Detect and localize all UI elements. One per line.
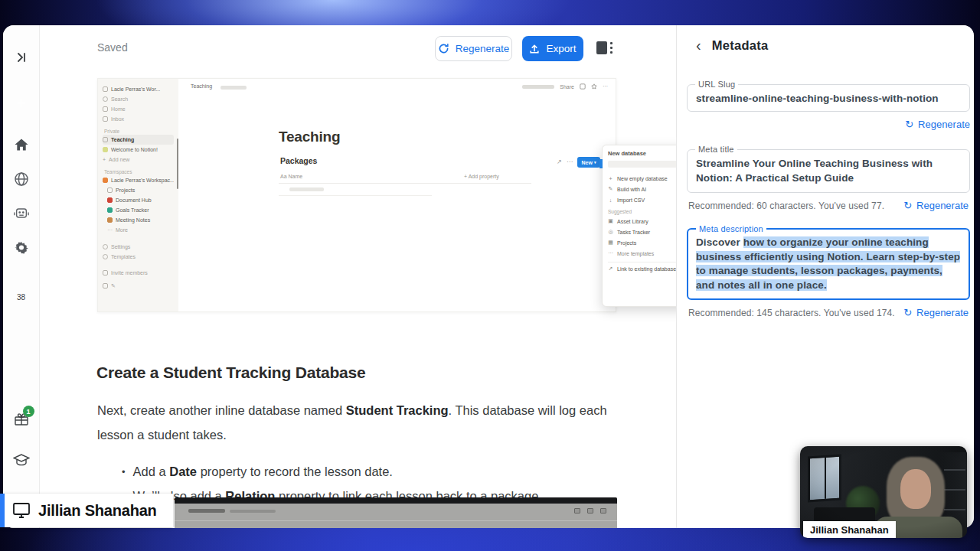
bullet-item: •Add a Date property to record the lesso… (122, 460, 596, 484)
usage-ring[interactable]: 38 (10, 285, 33, 308)
presenter-name-tag: Jillian Shanahan (0, 494, 173, 527)
left-icon-rail: + 38 1 (3, 25, 40, 528)
export-button[interactable]: Export (522, 36, 583, 61)
add-new-button[interactable]: + (8, 90, 34, 116)
article-heading: Create a Student Tracking Database (96, 364, 366, 382)
article-paragraph[interactable]: Next, create another inline database nam… (97, 399, 610, 447)
notion-breadcrumb: Teaching (191, 83, 212, 89)
notion-sidebar: Lacie Perras's Wor... Search Home Inbox … (98, 79, 178, 311)
notion-screenshot-2[interactable] (175, 497, 617, 528)
screen-share-icon (12, 502, 31, 519)
notion-teaching-item: Teaching (103, 135, 174, 145)
webcam-name-label: Jillian Shanahan (803, 521, 896, 538)
regenerate-title-link[interactable]: ↻Regenerate (903, 200, 969, 211)
gift-icon[interactable]: 1 (14, 412, 29, 426)
settings-gear-icon[interactable] (14, 240, 28, 255)
usage-count: 38 (17, 293, 25, 302)
save-status: Saved (97, 41, 128, 54)
meta-title-hint: Recommended: 60 characters. You've used … (688, 201, 884, 211)
editor-main: Saved Regenerate Export Lacie Perras's W… (40, 25, 676, 528)
export-label: Export (546, 43, 576, 54)
notion-db-title: Packages (280, 156, 317, 165)
notion-topbar-actions: Share ⋯ (522, 83, 608, 90)
presenter-screen-name: Jillian Shanahan (38, 502, 157, 520)
layout-toggle-icon[interactable] (596, 40, 615, 57)
panel-title: Metadata (712, 38, 769, 53)
notion-screenshot[interactable]: Lacie Perras's Wor... Search Home Inbox … (97, 78, 616, 312)
webcam-video: Jillian Shanahan (800, 446, 967, 538)
gift-badge: 1 (23, 406, 34, 417)
meta-title-label: Meta title (695, 145, 737, 154)
home-icon[interactable] (14, 138, 28, 152)
notion-page-title: Teaching (279, 129, 340, 145)
notion-new-button: New▾ (577, 157, 600, 168)
globe-icon[interactable] (14, 171, 29, 187)
collapse-sidebar-icon[interactable] (15, 51, 28, 64)
notion-content: Teaching Share ⋯ Teaching Packages ↗ ⋯ N… (178, 79, 616, 311)
meta-description-label: Meta description (696, 224, 766, 233)
assistant-robot-icon[interactable] (14, 206, 29, 220)
back-chevron-icon[interactable]: ‹ (694, 37, 703, 53)
notion-workspace: Lacie Perras's Wor... (111, 86, 160, 92)
regenerate-label: Regenerate (456, 43, 510, 54)
meta-description-input[interactable]: Meta description Discover how to organiz… (687, 228, 970, 300)
regenerate-description-link[interactable]: ↻Regenerate (903, 307, 969, 318)
regenerate-slug-link[interactable]: ↻Regenerate (905, 119, 970, 130)
meta-title-input[interactable]: Meta title Streamline Your Online Teachi… (687, 149, 970, 193)
graduation-cap-icon[interactable] (13, 454, 30, 467)
url-slug-label: URL Slug (695, 80, 738, 89)
meta-description-hint: Recommended: 145 characters. You've used… (688, 308, 895, 318)
url-slug-input[interactable]: URL Slug streamline-online-teaching-busi… (687, 84, 970, 112)
video-frame: + 38 1 Sav (0, 0, 980, 551)
regenerate-button[interactable]: Regenerate (435, 36, 512, 61)
